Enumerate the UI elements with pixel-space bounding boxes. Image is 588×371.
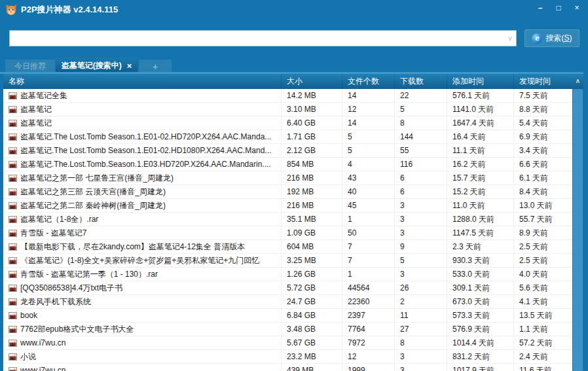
result-downloads: 3: [395, 350, 447, 363]
table-row[interactable]: 小说 23.2 MB 12 3 831.2 天前 2.4 天前: [3, 350, 572, 364]
table-row[interactable]: book 6.84 GB 2397 11 573.3 天前 13.5 天前: [3, 309, 572, 323]
tab-add-button[interactable]: +: [139, 60, 172, 73]
column-header-added[interactable]: 添加时间: [447, 74, 514, 89]
result-found-time: 6.6 天前: [514, 158, 572, 171]
result-added-time: 576.1 天前: [447, 89, 514, 102]
file-thumbnail-icon: [9, 161, 17, 168]
scrollbar-thumb[interactable]: [573, 89, 583, 371]
chevron-down-icon[interactable]: ∨: [504, 34, 516, 43]
file-thumbnail-icon: [9, 285, 17, 292]
table-row[interactable]: 【最新电影下载，尽在2kandy.com】盗墓笔记4-12集全 普清版本 604…: [3, 240, 572, 254]
tab-search-active[interactable]: 盗墓笔记(搜索中) ×: [56, 58, 138, 73]
result-filecount: 1: [342, 213, 395, 226]
table-row[interactable]: 盗墓笔记 3.10 MB 12 5 1141.0 天前 8.8 天前: [3, 103, 572, 116]
result-filecount: 45: [342, 199, 395, 212]
table-row[interactable]: www.i7wu.cn 439 MB 1999 3 1017.9 天前 11.6…: [3, 364, 572, 371]
table-row[interactable]: 盗墓笔记之第二部 秦岭神树(播音_周建龙) 216 MB 45 3 11.0 天…: [3, 199, 572, 213]
result-found-time: 2.5 天前: [514, 254, 572, 267]
column-header-downloads[interactable]: 下载数: [395, 74, 447, 89]
file-thumbnail-icon: [9, 257, 17, 264]
column-header-found[interactable]: 发现时间: [514, 74, 572, 89]
window-title: P2P搜片神器 v2.4.14.115: [21, 4, 118, 16]
result-name-cell: 青雪版 - 盗墓笔记第一季（1 - 130）.rar: [3, 268, 282, 281]
table-row[interactable]: 盗墓笔记之第一部 七星鲁王宫(播音_周建龙) 216 MB 43 6 15.7 …: [3, 171, 572, 185]
result-found-time: 5.6 天前: [514, 281, 572, 294]
result-name: 盗墓笔记: [20, 116, 52, 130]
result-filecount: 14: [342, 116, 395, 130]
result-downloads: 2: [395, 295, 447, 308]
table-row[interactable]: 盗墓笔记.The.Lost.Tomb.Season.1.E03.HD720P.X…: [3, 158, 572, 171]
result-filecount: 43: [342, 171, 395, 185]
file-thumbnail-icon: [9, 367, 17, 371]
result-found-time: 2.4 天前: [514, 350, 572, 363]
table-row[interactable]: 盗墓笔记 6.40 GB 14 8 1647.4 天前 5.4 天前: [3, 116, 572, 130]
minimize-icon[interactable]: –: [533, 2, 547, 14]
result-added-time: 15.2 天前: [447, 185, 514, 198]
result-size: 604 MB: [282, 240, 342, 253]
search-button[interactable]: e 搜索(S): [524, 29, 579, 47]
result-found-time: 6.9 天前: [514, 130, 572, 143]
close-icon[interactable]: ×: [570, 2, 584, 14]
file-thumbnail-icon: [9, 120, 17, 127]
result-found-time: 13.5 天前: [514, 309, 572, 322]
table-row[interactable]: 盗墓笔记.The Lost.Tomb Season.1.E01-02.HD720…: [3, 130, 572, 144]
maximize-icon[interactable]: □: [551, 2, 566, 14]
table-row[interactable]: 盗墓笔记.The Lost.Tomb Season.1.E01-02.HD108…: [3, 144, 572, 158]
result-filecount: 44564: [342, 281, 395, 294]
result-added-time: 1014.4 天前: [447, 336, 514, 349]
result-filecount: 5: [342, 130, 395, 143]
result-found-time: 8.9 天前: [514, 226, 572, 239]
table-row[interactable]: 青雪版 - 盗墓笔记7 1.09 GB 50 3 1147.5 天前 8.9 天…: [3, 226, 572, 240]
file-thumbnail-icon: [9, 106, 17, 113]
result-added-time: 1147.5 天前: [447, 226, 514, 239]
table-row[interactable]: [QQ35086538]4.4万txt电子书 5.72 GB 44564 26 …: [3, 281, 572, 295]
result-downloads: 22: [395, 89, 447, 102]
result-downloads: 6: [395, 171, 447, 185]
result-found-time: 57.2 天前: [514, 336, 572, 349]
column-header-name[interactable]: 名称: [3, 74, 282, 89]
result-found-time: 6.1 天前: [514, 171, 572, 185]
file-thumbnail-icon: [9, 133, 17, 141]
result-added-time: 930.3 天前: [447, 254, 514, 267]
tab-close-icon[interactable]: ×: [127, 61, 132, 71]
search-button-label: 搜索(S): [545, 33, 572, 44]
file-thumbnail-icon: [9, 298, 17, 306]
table-row[interactable]: 青雪版 - 盗墓笔记第一季（1 - 130）.rar 1.26 GB 1 3 5…: [3, 268, 572, 281]
result-name: 7762部epub格式中文电子书大全: [20, 323, 134, 336]
result-found-time: 8.4 天前: [514, 185, 572, 198]
result-name-cell: 7762部epub格式中文电子书大全: [3, 323, 282, 336]
column-header-size[interactable]: 大小: [282, 74, 342, 89]
scrollbar[interactable]: ∧: [572, 74, 583, 371]
file-thumbnail-icon: [9, 312, 17, 319]
result-size: 14.2 MB: [282, 89, 342, 102]
table-row[interactable]: 盗墓笔记之第三部 云顶天宫(播音_周建龙) 192 MB 40 6 15.2 天…: [3, 185, 572, 199]
table-row[interactable]: 《盗墓笔记》(1-8)全文+吴家碎碎念+贺岁篇+吴邪私家笔记+九门回忆 3.25…: [3, 254, 572, 268]
result-name: [QQ35086538]4.4万txt电子书: [20, 281, 122, 294]
result-downloads: 11: [395, 309, 447, 322]
scroll-up-icon[interactable]: ∧: [572, 74, 583, 89]
result-name: 盗墓笔记之第一部 七星鲁王宫(播音_周建龙): [20, 171, 174, 185]
result-size: 24.7 GB: [282, 295, 342, 308]
result-downloads: 3: [395, 364, 447, 371]
table-row[interactable]: 盗墓笔记（1-8全）.rar 35.1 MB 1 3 1288.0 天前 55.…: [3, 213, 572, 226]
table-row[interactable]: 龙卷风手机下载系统 24.7 GB 22360 2 673.0 天前 4.1 天…: [3, 295, 572, 309]
result-size: 216 MB: [282, 199, 342, 212]
search-input[interactable]: [10, 31, 504, 45]
result-filecount: 1999: [342, 364, 395, 371]
result-added-time: 11.1 天前: [447, 144, 514, 157]
result-added-time: 309.1 天前: [447, 281, 514, 294]
result-downloads: 55: [395, 144, 447, 157]
tab-today-recommend[interactable]: 今日推荐: [5, 60, 55, 73]
table-row[interactable]: 盗墓笔记全集 14.2 MB 14 22 576.1 天前 7.5 天前: [3, 89, 572, 103]
result-filecount: 7972: [342, 336, 395, 349]
result-downloads: 3: [395, 226, 447, 239]
table-row[interactable]: www.i7wu.cn 5.67 GB 7972 8 1014.4 天前 57.…: [3, 336, 572, 350]
file-thumbnail-icon: [9, 216, 17, 223]
result-size: 6.84 GB: [282, 309, 342, 322]
result-size: 1.71 GB: [282, 130, 342, 143]
file-thumbnail-icon: [9, 230, 17, 237]
file-thumbnail-icon: [9, 175, 17, 182]
result-name-cell: www.i7wu.cn: [3, 336, 282, 349]
column-header-filecount[interactable]: 文件个数: [342, 74, 395, 89]
table-row[interactable]: 7762部epub格式中文电子书大全 3.48 GB 7764 27 576.9…: [3, 323, 572, 336]
